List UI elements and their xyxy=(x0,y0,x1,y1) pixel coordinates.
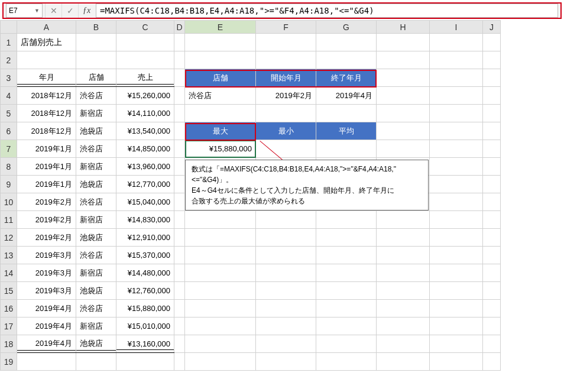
cell-B19[interactable] xyxy=(76,353,116,371)
cell-B6[interactable]: 池袋店 xyxy=(76,122,116,140)
cell-E8[interactable] xyxy=(185,158,256,176)
cell-I19[interactable] xyxy=(430,353,483,371)
cell-J1[interactable] xyxy=(483,34,501,51)
cell-G10[interactable] xyxy=(316,193,377,211)
cell-E1[interactable] xyxy=(185,34,256,51)
cell-G14[interactable] xyxy=(316,264,377,282)
cell-D10[interactable] xyxy=(174,193,185,211)
cell-G13[interactable] xyxy=(316,247,377,264)
cell-H13[interactable] xyxy=(377,247,430,264)
row-header-3[interactable]: 3 xyxy=(1,69,17,87)
cell-F2[interactable] xyxy=(256,51,316,69)
cell-B3[interactable]: 店舗 xyxy=(76,69,116,87)
cell-G18[interactable] xyxy=(316,335,377,353)
cell-F17[interactable] xyxy=(256,318,316,335)
row-header-19[interactable]: 19 xyxy=(1,353,17,371)
cell-H8[interactable] xyxy=(377,158,430,176)
row-header-14[interactable]: 14 xyxy=(1,264,17,282)
cell-E3[interactable]: 店舗 xyxy=(185,69,256,87)
cell-H19[interactable] xyxy=(377,353,430,371)
cell-I5[interactable] xyxy=(430,105,483,122)
cell-I11[interactable] xyxy=(430,211,483,229)
cell-B1[interactable] xyxy=(76,34,116,51)
cell-C19[interactable] xyxy=(116,353,174,371)
cell-J15[interactable] xyxy=(483,282,501,300)
cell-A14[interactable]: 2019年3月 xyxy=(17,264,76,282)
cell-H15[interactable] xyxy=(377,282,430,300)
cell-J8[interactable] xyxy=(483,158,501,176)
cell-F19[interactable] xyxy=(256,353,316,371)
cell-A9[interactable]: 2019年1月 xyxy=(17,176,76,193)
cell-E15[interactable] xyxy=(185,282,256,300)
row-header-16[interactable]: 16 xyxy=(1,300,17,318)
cell-G4[interactable]: 2019年4月 xyxy=(316,87,377,105)
cell-B10[interactable]: 渋谷店 xyxy=(76,193,116,211)
cell-H17[interactable] xyxy=(377,318,430,335)
cell-F5[interactable] xyxy=(256,105,316,122)
cell-F14[interactable] xyxy=(256,264,316,282)
row-header-18[interactable]: 18 xyxy=(1,335,17,353)
cell-J10[interactable] xyxy=(483,193,501,211)
cell-B7[interactable]: 渋谷店 xyxy=(76,140,116,158)
cell-F13[interactable] xyxy=(256,247,316,264)
cell-D11[interactable] xyxy=(174,211,185,229)
cell-I6[interactable] xyxy=(430,122,483,140)
cell-C4[interactable]: ¥15,260,000 xyxy=(116,87,174,105)
cell-C11[interactable]: ¥14,830,000 xyxy=(116,211,174,229)
cell-G19[interactable] xyxy=(316,353,377,371)
formula-input[interactable]: =MAXIFS(C4:C18,B4:B18,E4,A4:A18,">="&F4,… xyxy=(96,4,558,18)
cell-D17[interactable] xyxy=(174,318,185,335)
cell-J9[interactable] xyxy=(483,176,501,193)
col-header-E[interactable]: E xyxy=(185,21,256,34)
cell-J11[interactable] xyxy=(483,211,501,229)
cell-B11[interactable]: 新宿店 xyxy=(76,211,116,229)
cell-B18[interactable]: 池袋店 xyxy=(76,335,116,353)
cell-I15[interactable] xyxy=(430,282,483,300)
row-header-15[interactable]: 15 xyxy=(1,282,17,300)
cell-C7[interactable]: ¥14,850,000 xyxy=(116,140,174,158)
cell-C16[interactable]: ¥15,880,000 xyxy=(116,300,174,318)
cell-J13[interactable] xyxy=(483,247,501,264)
cell-H14[interactable] xyxy=(377,264,430,282)
col-header-I[interactable]: I xyxy=(430,21,483,34)
cell-H2[interactable] xyxy=(377,51,430,69)
col-header-A[interactable]: A xyxy=(17,21,76,34)
cell-H7[interactable] xyxy=(377,140,430,158)
name-box-dropdown-icon[interactable]: ▼ xyxy=(34,8,40,14)
cell-E17[interactable] xyxy=(185,318,256,335)
cell-I9[interactable] xyxy=(430,176,483,193)
cell-F16[interactable] xyxy=(256,300,316,318)
cell-C10[interactable]: ¥15,040,000 xyxy=(116,193,174,211)
cell-H10[interactable] xyxy=(377,193,430,211)
row-header-11[interactable]: 11 xyxy=(1,211,17,229)
cell-J14[interactable] xyxy=(483,264,501,282)
cell-B4[interactable]: 渋谷店 xyxy=(76,87,116,105)
cell-F3[interactable]: 開始年月 xyxy=(256,69,316,87)
cell-J2[interactable] xyxy=(483,51,501,69)
cell-B5[interactable]: 新宿店 xyxy=(76,105,116,122)
cell-C14[interactable]: ¥14,480,000 xyxy=(116,264,174,282)
cell-A10[interactable]: 2019年2月 xyxy=(17,193,76,211)
cell-B13[interactable]: 渋谷店 xyxy=(76,247,116,264)
cell-D1[interactable] xyxy=(174,34,185,51)
cell-E4[interactable]: 渋谷店 xyxy=(185,87,256,105)
cell-I16[interactable] xyxy=(430,300,483,318)
cell-D4[interactable] xyxy=(174,87,185,105)
cell-D14[interactable] xyxy=(174,264,185,282)
col-header-G[interactable]: G xyxy=(316,21,377,34)
row-header-8[interactable]: 8 xyxy=(1,158,17,176)
cell-D19[interactable] xyxy=(174,353,185,371)
cell-H6[interactable] xyxy=(377,122,430,140)
cell-F7[interactable] xyxy=(256,140,316,158)
cell-I13[interactable] xyxy=(430,247,483,264)
cell-I1[interactable] xyxy=(430,34,483,51)
cell-A16[interactable]: 2019年4月 xyxy=(17,300,76,318)
cell-D7[interactable] xyxy=(174,140,185,158)
cell-A5[interactable]: 2018年12月 xyxy=(17,105,76,122)
cell-E11[interactable] xyxy=(185,211,256,229)
cell-E19[interactable] xyxy=(185,353,256,371)
row-header-10[interactable]: 10 xyxy=(1,193,17,211)
cell-D13[interactable] xyxy=(174,247,185,264)
cell-E6[interactable]: 最大 xyxy=(185,122,256,140)
cell-G1[interactable] xyxy=(316,34,377,51)
